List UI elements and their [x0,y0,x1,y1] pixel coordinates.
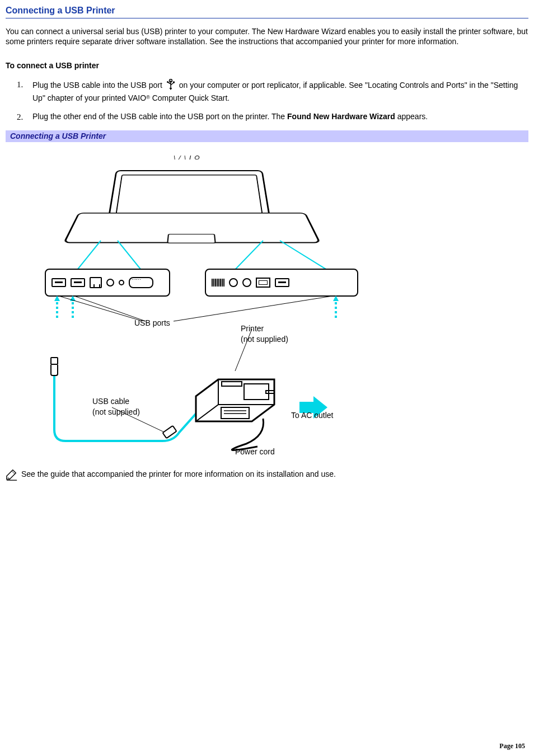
step-2: 2. Plug the other end of the USB cable i… [17,111,528,123]
figure-caption: Connecting a USB Printer [6,130,528,142]
svg-rect-20 [163,426,177,438]
ieee1394-port-icon [256,278,270,288]
svg-rect-3 [173,82,175,83]
usb-port-icon [275,278,289,287]
figure-illustration: \/\IO [45,145,358,458]
steps-list: 1. Plug the USB cable into the USB port … [17,79,528,123]
cable-diagram: USB cable (not supplied) To AC [45,357,358,458]
svg-point-2 [167,81,168,83]
label-usb-cable: USB cable [92,396,140,407]
step-text: Computer Quick Start. [150,93,229,102]
usb-port-icon [71,278,85,287]
intro-paragraph: You can connect a universal serial bus (… [6,26,528,48]
svg-marker-4 [169,88,172,90]
step-number: 1. [17,79,32,104]
label-usb-cable-sub: (not supplied) [92,407,140,417]
port-icon [242,278,251,287]
left-port-panel [45,269,170,297]
step-number: 2. [17,111,32,123]
vga-port-icon [129,277,153,288]
wizard-name: Found New Hardware Wizard [287,112,395,121]
printer-icon [190,374,280,424]
usb-plug-icon [50,357,58,376]
section-heading: To connect a USB printer [6,60,528,71]
vent-icon [212,279,224,287]
page-title: Connecting a USB Printer [6,4,528,18]
svg-line-16 [73,295,146,321]
note-pencil-icon [6,469,18,484]
svg-rect-21 [221,407,249,419]
registered-mark: ® [146,95,150,100]
step-body: Plug the other end of the USB cable into… [32,111,528,123]
right-port-panel [205,269,358,297]
step-text: Plug the other end of the USB cable into… [32,112,287,121]
audio-jack-icon [106,279,114,287]
note-text: See the guide that accompanied the print… [21,469,336,480]
svg-line-17 [174,295,336,321]
usb-icon [166,79,176,93]
audio-jack-icon [119,280,124,285]
ethernet-port-icon [90,277,102,288]
port-icon [229,278,238,287]
step-1: 1. Plug the USB cable into the USB port … [17,79,528,104]
svg-line-15 [57,295,143,321]
step-text: appears. [395,112,428,121]
note: See the guide that accompanied the print… [6,469,528,484]
step-body: Plug the USB cable into the USB port on … [32,79,528,104]
vaio-logo: \/\IO [174,154,203,162]
step-text: Plug the USB cable into the USB port [32,81,165,90]
touchpad-icon [167,234,216,243]
label-printer-sub: (not supplied) [241,334,288,345]
label-power-cord: Power cord [235,447,275,457]
label-ac-outlet: To AC outlet [291,410,334,421]
usb-port-icon [51,278,66,287]
